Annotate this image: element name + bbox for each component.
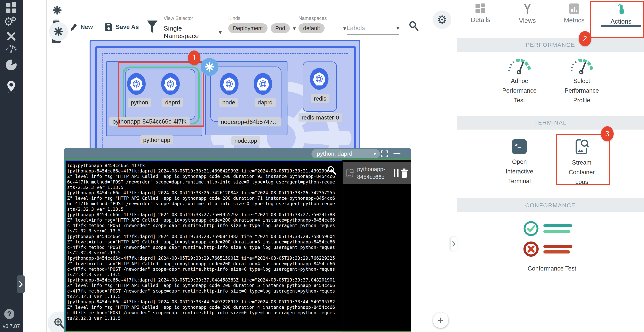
log-line: sts/2.32.3 ver=1.13.5 [67, 185, 342, 190]
tools-icon[interactable] [6, 31, 17, 42]
pod-label: redis-master-0 [298, 113, 342, 122]
action-label: Conformance Test [523, 264, 581, 273]
right-panel: Details Views Metrics Actions PERFORMANC… [457, 0, 644, 332]
container-selector-value: python, daprd [317, 150, 352, 157]
save-as-button-label: Save As [116, 23, 139, 30]
section-header-performance: PERFORMANCE [457, 38, 644, 52]
namespace-chip-default[interactable]: default [298, 23, 324, 33]
delete-stream-button[interactable] [400, 168, 408, 178]
pinwheel-icon[interactable] [52, 5, 62, 16]
log-line: Z" level=info msg="HTTP API Called" app_… [67, 305, 342, 310]
log-line: [pythonapp-8454cc66c-4f7fk:daprd] 2024-0… [67, 212, 342, 217]
group-label: pythonapp [140, 135, 173, 144]
log-line: ts/2.32.3 ver=1.13.5 [67, 272, 342, 277]
pod-nodeapp[interactable] [210, 66, 282, 122]
action-label: Adhoc Performance [502, 77, 536, 94]
funnel-icon [147, 20, 158, 35]
log-line: sts/2.32.3 ver=1.13.5 [67, 207, 342, 212]
labels-field[interactable]: Labels ▾ [347, 15, 399, 37]
namespaces-field[interactable]: Namespaces default ▾ [298, 15, 346, 37]
stream-name-line2: 8454cc66c [357, 173, 394, 181]
tab-views[interactable]: Views [504, 0, 551, 29]
namespaces-label: Namespaces [298, 15, 346, 21]
view-selector-field[interactable]: View Selector Single Namespace ▾ [164, 15, 222, 37]
kind-chip-pod[interactable]: Pod [271, 23, 290, 33]
log-search-button[interactable] [327, 166, 336, 176]
chevron-down-icon: ▾ [374, 151, 376, 157]
log-line: c-4f7fk method="POST /neworder" scope=da… [67, 267, 342, 272]
flower-icon [54, 27, 63, 36]
search-button[interactable] [408, 20, 419, 32]
log-line: c-4f7fk method="POST /neworder" scope=da… [67, 310, 342, 315]
views-icon [522, 3, 533, 14]
container-label: daprd [254, 98, 276, 107]
select-performance-profile-action[interactable]: Select PerformanceProfile [564, 56, 599, 105]
tab-details[interactable]: Details [457, 0, 504, 29]
sidebar-expand-tab[interactable] [17, 275, 25, 293]
log-line: [pythonapp-8454cc66c-4f7fk:daprd] 2024-0… [67, 255, 342, 261]
log-line: [pythonapp-8454cc66c-4f7fk:daprd] 2024-0… [67, 299, 342, 305]
annotation-badge-2: 2 [578, 31, 592, 46]
action-label: Test [514, 97, 525, 104]
log-line: Z" level=info msg="HTTP API Called" app_… [67, 174, 342, 179]
terminal-window: python, daprd ▾ log:pythonapp-8454cc66c-… [64, 148, 411, 332]
help-icon[interactable]: ? [4, 309, 14, 319]
container-selector-dropdown[interactable]: python, daprd ▾ [312, 149, 380, 158]
container-daprd2[interactable] [254, 73, 272, 95]
view-selector-label: View Selector [164, 15, 222, 21]
log-line: Z" level=info msg="HTTP API Called" app_… [67, 217, 342, 223]
chevron-down-icon: ▾ [219, 29, 222, 35]
chevron-right-icon [452, 241, 456, 247]
chevron-down-icon: ▾ [343, 25, 346, 32]
fullscreen-icon [381, 150, 388, 158]
settings-gears-icon[interactable]: ⚙⚙ [4, 15, 19, 28]
conformance-test-action[interactable]: Conformance Test [523, 220, 581, 273]
dashboard-icon[interactable] [6, 2, 17, 13]
add-button[interactable]: + [433, 313, 448, 328]
section-header-conformance: CONFORMANCE [457, 198, 644, 212]
terminal-icon: >_ [512, 139, 527, 154]
metrics-bars-icon [569, 3, 580, 14]
container-redis[interactable] [310, 68, 328, 90]
new-button[interactable]: New [70, 22, 93, 32]
terminal-fullscreen-button[interactable] [381, 150, 388, 158]
log-line: [pythonapp-8454cc66c-4f7fk:daprd] 2024-0… [67, 234, 342, 239]
pause-stream-button[interactable] [394, 169, 398, 177]
kind-chip-deployment[interactable]: Deployment [228, 23, 268, 33]
gauge-icon [503, 56, 536, 75]
log-line: 6c-4f7fk method="POST /neworder" scope=d… [67, 179, 342, 185]
open-interactive-terminal-action[interactable]: >_ Open InteractiveTerminal [502, 139, 537, 186]
zoom-in-icon [53, 317, 66, 329]
performance-gauge-icon[interactable] [5, 44, 18, 54]
kinds-field[interactable]: Kinds Deployment Pod ▾ [228, 15, 290, 37]
terminal-header[interactable]: python, daprd ▾ [64, 148, 411, 159]
action-label: Open Interactive [506, 158, 533, 175]
search-icon [327, 166, 336, 175]
log-pane[interactable]: log:pythonapp-8454cc66c-4f7fk[pythonapp-… [65, 160, 342, 332]
save-as-button[interactable]: Save As [104, 22, 139, 32]
action-label: Select Performance [564, 77, 599, 94]
gear-icon: ⚙ [437, 13, 447, 26]
container-node[interactable] [220, 73, 238, 95]
annotation-box-2 [590, 1, 644, 38]
stream-name-line1: pythonapp- [357, 165, 394, 173]
kubernetes-wheel-icon [225, 80, 234, 88]
log-line: c-4f7fk method="POST /neworder" scope=da… [67, 288, 342, 294]
stream-entry[interactable]: pythonapp- 8454cc66c [343, 162, 411, 184]
secondary-sidebar: WA [23, 0, 47, 332]
panel-collapse-tab[interactable] [450, 237, 457, 251]
log-line: [pythonapp-8454cc66c-4f7fk:daprd] 2024-0… [67, 190, 342, 196]
filter-button[interactable] [147, 20, 158, 35]
adhoc-performance-test-action[interactable]: Adhoc PerformanceTest [502, 56, 537, 105]
kanvas-pie-icon[interactable] [6, 59, 17, 70]
terminal-minimize-button[interactable] [394, 153, 400, 154]
pod-label: nodeapp-d64b5747... [218, 117, 281, 126]
dapr-badge [200, 58, 218, 76]
kubernetes-wheel-icon [259, 80, 267, 88]
annotation-box-1 [118, 61, 204, 127]
kubernetes-wheel-icon [315, 75, 324, 83]
location-pin-icon[interactable] [6, 80, 16, 94]
log-line: 6c-4f7fk method="POST /neworder" scope=d… [67, 201, 342, 206]
settings-button[interactable]: ⚙ [433, 10, 451, 29]
app-menu-button[interactable] [49, 22, 68, 41]
